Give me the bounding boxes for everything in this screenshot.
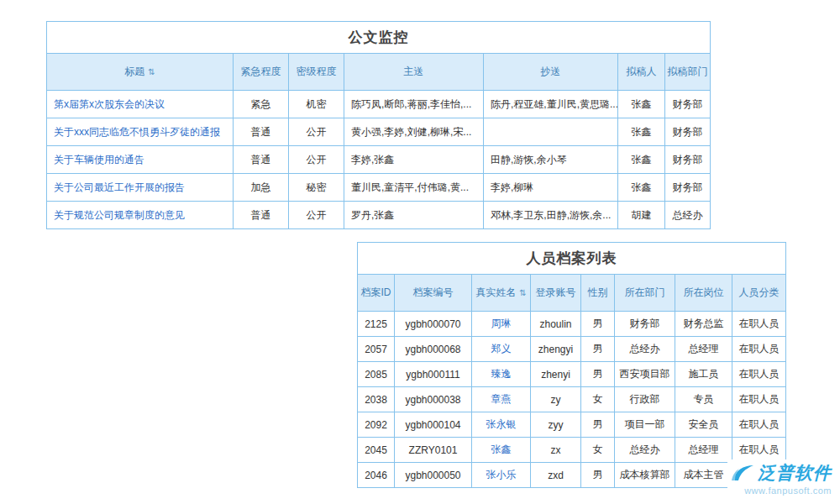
account-cell: zx [531, 438, 581, 463]
urgency-cell: 普通 [234, 118, 289, 146]
main_send-cell: 李婷,张鑫 [344, 146, 484, 174]
name-cell[interactable]: 张小乐 [472, 463, 531, 488]
urgency-cell: 加急 [234, 174, 289, 202]
account-cell: zy [531, 387, 581, 412]
name-cell[interactable]: 章燕 [472, 387, 531, 412]
col-header-real-name-label: 真实姓名 [475, 286, 516, 298]
copy_send-cell: 李婷,柳琳 [484, 174, 618, 202]
code-cell: ygbh000038 [395, 387, 472, 412]
main_send-cell: 罗丹,张鑫 [344, 202, 484, 229]
title-cell[interactable]: 关于规范公司规章制度的意见 [47, 202, 234, 229]
urgency-cell: 普通 [234, 146, 289, 174]
col-header-main-send: 主送 [344, 54, 484, 91]
table-row: 2092ygbh000104张永银zyy男项目一部安全员在职人员 [358, 412, 786, 438]
id-cell: 2046 [358, 463, 395, 488]
dept-cell: 项目一部 [615, 412, 675, 438]
dept-cell: 行政部 [615, 387, 675, 412]
gender-cell: 女 [581, 438, 615, 463]
category-cell: 在职人员 [732, 337, 786, 362]
col-header-drafter: 拟稿人 [618, 54, 665, 91]
table-row: 2057ygbh000068郑义zhengyi男总经办总经理在职人员 [358, 337, 786, 362]
doc-monitor-table: 公文监控 标题⇅ 紧急程度 密级程度 主送 抄送 拟稿人 拟稿部门 第x届第x次… [46, 21, 711, 229]
category-cell: 在职人员 [732, 387, 786, 412]
col-header-urgency: 紧急程度 [234, 54, 289, 91]
doc-monitor-panel: 公文监控 标题⇅ 紧急程度 密级程度 主送 抄送 拟稿人 拟稿部门 第x届第x次… [46, 21, 710, 229]
table-row: 第x届第x次股东会的决议紧急机密陈巧凤,断郎,蒋丽,李佳怡,...陈丹,程亚雄,… [47, 91, 711, 118]
id-cell: 2085 [358, 362, 395, 387]
sort-icon[interactable]: ⇅ [148, 66, 155, 79]
title-cell[interactable]: 关于公司最近工作开展的报告 [47, 174, 234, 202]
col-header-dept: 所在部门 [615, 275, 675, 312]
doc-header-row: 标题⇅ 紧急程度 密级程度 主送 抄送 拟稿人 拟稿部门 [47, 54, 711, 91]
post-cell: 总经理 [675, 438, 732, 463]
category-cell: 在职人员 [732, 412, 786, 438]
account-cell: zhoulin [531, 312, 581, 337]
post-cell: 成本主管 [675, 463, 732, 488]
account-cell: zyy [531, 412, 581, 438]
secrecy-cell: 秘密 [289, 174, 344, 202]
code-cell: ygbh000068 [395, 337, 472, 362]
brand-url: www.fanpusoft.com [731, 486, 832, 496]
post-cell: 专员 [675, 387, 732, 412]
id-cell: 2045 [358, 438, 395, 463]
personnel-panel: 人员档案列表 档案ID 档案编号 真实姓名⇅ 登录账号 性别 所在部门 所在岗位… [357, 242, 785, 488]
table-row: 2085ygbh000111臻逸zhenyi男西安项目部施工员在职人员 [358, 362, 786, 387]
personnel-header-row: 档案ID 档案编号 真实姓名⇅ 登录账号 性别 所在部门 所在岗位 人员分类 [358, 275, 786, 312]
name-cell[interactable]: 郑义 [472, 337, 531, 362]
secrecy-cell: 公开 [289, 146, 344, 174]
code-cell: ygbh000050 [395, 463, 472, 488]
drafter-cell: 张鑫 [618, 118, 665, 146]
drafter-cell: 胡建 [618, 202, 665, 229]
title-cell[interactable]: 关于xxx同志临危不惧勇斗歹徒的通报 [47, 118, 234, 146]
name-cell[interactable]: 周琳 [472, 312, 531, 337]
code-cell: ygbh000104 [395, 412, 472, 438]
urgency-cell: 普通 [234, 202, 289, 229]
post-cell: 财务总监 [675, 312, 732, 337]
brand-watermark: 泛普软件 www.fanpusoft.com [727, 459, 835, 497]
personnel-table-body: 2125ygbh000070周琳zhoulin男财务部财务总监在职人员2057y… [358, 312, 786, 488]
name-cell[interactable]: 张鑫 [472, 438, 531, 463]
table-row: 2046ygbh000050张小乐zxd男成本核算部成本主管在职人员 [358, 463, 786, 488]
sort-icon[interactable]: ⇅ [519, 287, 526, 300]
dept-cell: 财务部 [615, 312, 675, 337]
table-row: 关于公司最近工作开展的报告加急秘密董川民,童清平,付伟璐,黄...李婷,柳琳张鑫… [47, 174, 711, 202]
gender-cell: 女 [581, 387, 615, 412]
title-cell[interactable]: 第x届第x次股东会的决议 [47, 91, 234, 118]
table-row: 2125ygbh000070周琳zhoulin男财务部财务总监在职人员 [358, 312, 786, 337]
personnel-table: 人员档案列表 档案ID 档案编号 真实姓名⇅ 登录账号 性别 所在部门 所在岗位… [357, 242, 786, 488]
col-header-title[interactable]: 标题⇅ [47, 54, 234, 91]
name-cell[interactable]: 张永银 [472, 412, 531, 438]
post-cell: 总经理 [675, 337, 732, 362]
doc-table-title: 公文监控 [47, 22, 711, 54]
dept-cell: 总经办 [615, 438, 675, 463]
col-header-draft-dept: 拟稿部门 [665, 54, 711, 91]
secrecy-cell: 机密 [289, 91, 344, 118]
dept-cell: 总经办 [615, 337, 675, 362]
id-cell: 2125 [358, 312, 395, 337]
title-cell[interactable]: 关于车辆使用的通告 [47, 146, 234, 174]
dept-cell: 财务部 [665, 174, 711, 202]
main_send-cell: 黄小强,李婷,刘健,柳琳,宋... [344, 118, 484, 146]
gender-cell: 男 [581, 337, 615, 362]
account-cell: zxd [531, 463, 581, 488]
col-header-post: 所在岗位 [675, 275, 732, 312]
account-cell: zhenyi [531, 362, 581, 387]
dept-cell: 总经办 [665, 202, 711, 229]
id-cell: 2038 [358, 387, 395, 412]
col-header-real-name[interactable]: 真实姓名⇅ [472, 275, 531, 312]
code-cell: ZZRY0101 [395, 438, 472, 463]
doc-title-row: 公文监控 [47, 22, 711, 54]
table-row: 2045ZZRY0101张鑫zx女总经办总经理在职人员 [358, 438, 786, 463]
code-cell: ygbh000111 [395, 362, 472, 387]
dept-cell: 西安项目部 [615, 362, 675, 387]
table-row: 关于规范公司规章制度的意见普通公开罗丹,张鑫邓林,李卫东,田静,游恢,余...胡… [47, 202, 711, 229]
name-cell[interactable]: 臻逸 [472, 362, 531, 387]
main_send-cell: 董川民,童清平,付伟璐,黄... [344, 174, 484, 202]
table-row: 关于车辆使用的通告普通公开李婷,张鑫田静,游恢,余小琴张鑫财务部 [47, 146, 711, 174]
secrecy-cell: 公开 [289, 118, 344, 146]
col-header-title-label: 标题 [124, 66, 144, 77]
gender-cell: 男 [581, 463, 615, 488]
col-header-category: 人员分类 [732, 275, 786, 312]
gender-cell: 男 [581, 412, 615, 438]
personnel-table-title: 人员档案列表 [358, 243, 786, 275]
